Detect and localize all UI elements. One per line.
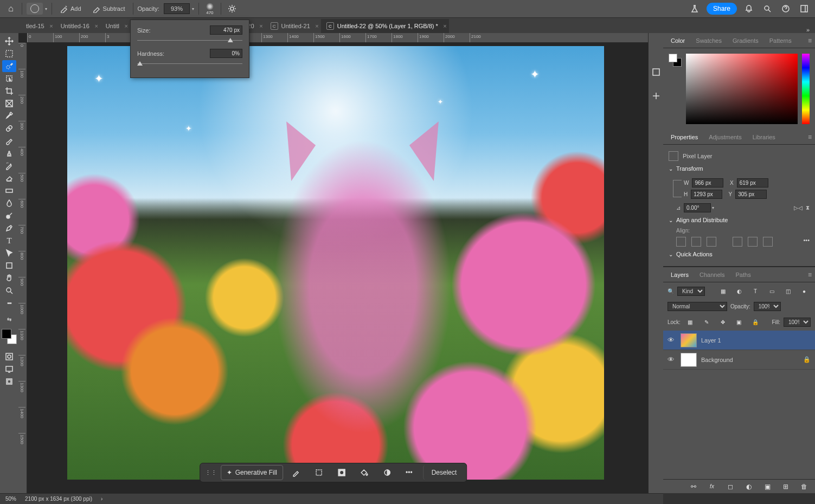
lock-position-icon[interactable]: ✥ [716,315,729,328]
blend-mode-select[interactable]: Normal [668,302,727,311]
drag-handle-icon[interactable]: ⋮⋮ [204,466,217,479]
document-info[interactable]: 2100 px x 1634 px (300 ppi) [25,496,92,502]
eyedropper-tool[interactable] [2,110,16,122]
gear-icon[interactable] [226,2,239,15]
stamp-tool[interactable] [2,147,16,159]
quickmask-tool[interactable] [2,351,16,363]
panel-tab-libraries[interactable]: Libraries [748,132,780,143]
blur-tool[interactable] [2,197,16,209]
layer-opacity-select[interactable]: 100% [754,302,781,311]
dodge-tool[interactable] [2,210,16,222]
layer-name[interactable]: Background [701,357,733,363]
hue-slider[interactable] [802,54,810,124]
filter-kind-select[interactable]: Kind [677,287,705,296]
move-tool[interactable] [2,35,16,47]
layer-row[interactable]: 👁Background🔒 [663,350,815,370]
panel-icon-1[interactable] [650,66,663,79]
align-left-icon[interactable] [676,237,686,247]
panel-menu-icon[interactable]: ≡ [808,37,812,44]
close-icon[interactable]: × [49,23,53,29]
close-icon[interactable]: × [315,23,318,29]
hardness-input[interactable] [210,49,242,58]
layer-name[interactable]: Layer 1 [701,337,721,344]
close-icon[interactable]: × [124,23,127,29]
lock-all-icon[interactable]: 🔒 [749,315,762,328]
panel-tab-swatches[interactable]: Swatches [691,35,726,46]
close-icon[interactable]: × [259,23,262,29]
brush-tool[interactable] [2,135,16,147]
filter-type-icon[interactable]: T [749,285,762,298]
brush-preset-picker[interactable] [27,3,43,15]
more-icon[interactable]: ••• [803,237,810,247]
extra-tool[interactable] [2,376,16,387]
quick-actions-section[interactable]: Quick Actions [669,251,810,257]
size-input[interactable] [210,25,242,35]
layer-thumbnail[interactable] [681,353,697,367]
link-icon[interactable] [673,180,682,197]
chevron-right-icon[interactable]: › [101,496,102,502]
deselect-button[interactable]: Deselect [423,466,463,480]
align-section[interactable]: Align and Distribute [669,217,810,223]
gradient-tool[interactable] [2,185,16,197]
more-icon[interactable]: ••• [400,466,418,480]
flip-v-icon[interactable]: ⧗ [806,205,810,211]
group-icon[interactable]: ▣ [761,480,774,493]
zoom-tool[interactable] [2,285,16,296]
edit-toolbar[interactable]: ••• [2,297,16,309]
lock-icon[interactable]: 🔒 [803,356,811,363]
panel-tab-properties[interactable]: Properties [666,132,702,143]
align-vcenter-icon[interactable] [748,237,758,247]
height-input[interactable] [691,190,722,199]
panel-tab-gradients[interactable]: Gradients [728,35,763,46]
close-icon[interactable]: × [94,23,98,29]
filter-smart-icon[interactable]: ◫ [781,285,794,298]
document-tab[interactable]: Untitl× [100,19,130,33]
document-tab[interactable]: Untitled-16× [55,19,100,33]
filter-pixel-icon[interactable]: ▦ [716,285,729,298]
generative-fill-button[interactable]: ✦ Generative Fill [221,465,283,480]
lock-transparent-icon[interactable]: ▦ [684,315,697,328]
panel-tab-paths[interactable]: Paths [731,269,755,280]
visibility-icon[interactable]: 👁 [668,336,676,344]
filter-adjust-icon[interactable]: ◐ [733,285,746,298]
opacity-input[interactable]: 93% [164,3,190,14]
foreground-swatch[interactable] [2,329,11,339]
subtract-mode-button[interactable]: Subtract [89,3,129,14]
align-bottom-icon[interactable] [763,237,773,247]
type-tool[interactable]: T [2,235,16,247]
delete-icon[interactable]: 🗑 [798,480,811,493]
x-input[interactable] [737,178,768,188]
home-icon[interactable]: ⌂ [4,2,17,15]
panel-tab-channels[interactable]: Channels [695,269,729,280]
link-layers-icon[interactable]: ⚯ [687,480,700,493]
fx-icon[interactable]: fx [705,480,718,493]
layer-row[interactable]: 👁Layer 1 [663,331,815,350]
ruler-horizontal[interactable]: 0100200380090010001100120013001400150016… [27,33,648,43]
hardness-slider[interactable] [137,60,242,67]
search-icon[interactable]: 🔍 [668,288,674,294]
mask-icon[interactable]: ◻ [724,480,737,493]
lock-paint-icon[interactable]: ✎ [700,315,713,328]
zoom-level[interactable]: 50% [5,496,16,502]
close-icon[interactable]: × [443,23,446,29]
pen-tool[interactable] [2,222,16,234]
swap-colors-icon[interactable]: ⇆ [2,313,16,325]
panel-tab-color[interactable]: Color [666,35,689,46]
crop-tool[interactable] [2,85,16,97]
panel-tab-layers[interactable]: Layers [666,269,693,280]
ctx-modify-icon[interactable] [309,465,329,480]
panel-menu-icon[interactable]: ≡ [808,133,812,141]
selection-brush-tool[interactable] [2,60,16,72]
help-icon[interactable] [779,2,792,15]
size-slider[interactable] [137,37,242,43]
layer-thumbnail[interactable] [681,333,697,347]
angle-input[interactable] [684,203,711,212]
lock-artboard-icon[interactable]: ▣ [733,315,746,328]
canvas-area[interactable]: 0100200380090010001100120013001400150016… [18,33,648,493]
width-input[interactable] [692,178,723,188]
align-hcenter-icon[interactable] [691,237,701,247]
shape-tool[interactable] [2,260,16,272]
ctx-mask-icon[interactable] [332,465,351,480]
adjustment-layer-icon[interactable]: ◐ [742,480,755,493]
panel-tab-patterns[interactable]: Patterns [765,35,796,46]
